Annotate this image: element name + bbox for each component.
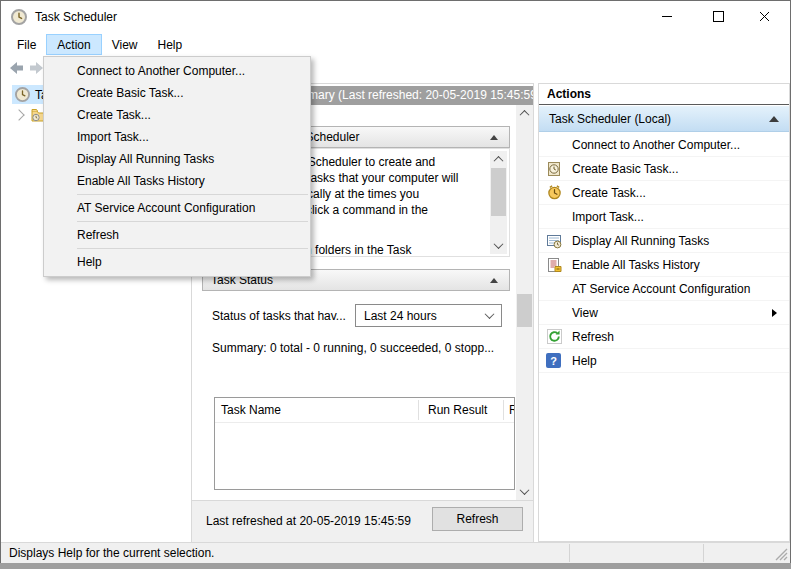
scrollbar-thumb[interactable]: [491, 168, 506, 216]
collapse-arrow-icon: [490, 278, 498, 283]
chevron-down-icon: [520, 485, 530, 495]
menu-separator: [77, 248, 308, 249]
action-create-basic-task[interactable]: Create Basic Task...: [539, 157, 789, 181]
close-button[interactable]: [741, 1, 787, 32]
summary-scrollbar[interactable]: [516, 105, 533, 500]
menu-action[interactable]: Action: [46, 34, 101, 55]
window-title: Task Scheduler: [35, 10, 117, 24]
status-bar-divider: [703, 544, 704, 562]
action-enable-all-tasks-history[interactable]: Enable All Tasks History: [539, 253, 789, 277]
menu-item-import-task[interactable]: Import Task...: [44, 126, 310, 148]
time-period-dropdown[interactable]: Last 24 hours: [355, 304, 502, 327]
menu-bar: File Action View Help: [1, 33, 790, 55]
tasks-history-icon: [546, 257, 562, 273]
actions-panel-title: Actions: [539, 84, 789, 105]
column-divider[interactable]: [503, 400, 504, 420]
resize-grip[interactable]: [775, 548, 788, 561]
task-status-summary: Summary: 0 total - 0 running, 0 succeede…: [212, 341, 494, 355]
last-refreshed-text: Last refreshed at 20-05-2019 15:45:59: [206, 514, 411, 528]
collapse-arrow-icon[interactable]: [769, 116, 779, 122]
menu-view[interactable]: View: [102, 34, 148, 55]
task-status-table: Task Name Run Result R: [214, 397, 515, 490]
menu-item-help[interactable]: Help: [44, 251, 310, 273]
help-icon: ?: [546, 353, 561, 368]
back-button[interactable]: [7, 59, 25, 80]
action-create-task[interactable]: Create Task...: [539, 181, 789, 205]
actions-group-label: Task Scheduler (Local): [549, 112, 671, 126]
scrollbar-thumb[interactable]: [517, 294, 532, 327]
scroll-down-button[interactable]: [516, 483, 533, 500]
menu-separator: [77, 194, 308, 195]
expander-chevron-icon[interactable]: [13, 109, 24, 120]
close-icon: [759, 11, 770, 22]
status-bar: Displays Help for the current selection.: [1, 542, 790, 563]
action-display-all-running-tasks[interactable]: Display All Running Tasks: [539, 229, 789, 253]
menu-item-connect-to-another-computer[interactable]: Connect to Another Computer...: [44, 60, 310, 82]
actions-panel: Actions Task Scheduler (Local) Connect t…: [538, 83, 790, 542]
action-view[interactable]: View: [539, 301, 789, 325]
scroll-up-button[interactable]: [516, 105, 533, 122]
actions-group-task-scheduler-local[interactable]: Task Scheduler (Local): [539, 106, 789, 132]
menu-item-create-task[interactable]: Create Task...: [44, 104, 310, 126]
app-icon: [11, 9, 27, 28]
action-at-service-account-configuration[interactable]: AT Service Account Configuration: [539, 277, 789, 301]
status-bar-text: Displays Help for the current selection.: [9, 546, 214, 560]
menu-help[interactable]: Help: [148, 34, 193, 55]
create-task-icon: [546, 185, 562, 201]
running-tasks-icon: [546, 233, 562, 249]
create-basic-task-icon: [546, 161, 562, 177]
menu-item-enable-all-tasks-history[interactable]: Enable All Tasks History: [44, 170, 310, 192]
app-window: Task Scheduler File Action View Help: [0, 0, 791, 563]
menu-item-create-basic-task[interactable]: Create Basic Task...: [44, 82, 310, 104]
chevron-up-icon: [520, 110, 530, 120]
column-header-task-name[interactable]: Task Name: [221, 398, 281, 422]
collapse-arrow-icon: [490, 135, 498, 140]
action-refresh[interactable]: Refresh: [539, 325, 789, 349]
menu-item-refresh[interactable]: Refresh: [44, 224, 310, 246]
scroll-down-button[interactable]: [490, 237, 507, 254]
task-status-collapse-button[interactable]: [487, 273, 501, 287]
menu-file[interactable]: File: [7, 34, 46, 55]
table-header-row: Task Name Run Result R: [215, 398, 514, 423]
chevron-down-icon: [485, 309, 495, 319]
menu-separator: [77, 221, 308, 222]
refresh-icon: [546, 329, 562, 345]
task-status-filter-label: Status of tasks that hav...: [212, 309, 346, 323]
screen: Task Scheduler File Action View Help: [0, 0, 791, 569]
maximize-icon: [713, 11, 724, 22]
title-bar[interactable]: Task Scheduler: [1, 1, 790, 33]
column-header-clipped[interactable]: R: [509, 398, 515, 422]
menu-item-display-all-running-tasks[interactable]: Display All Running Tasks: [44, 148, 310, 170]
refresh-button[interactable]: Refresh: [432, 507, 523, 531]
column-divider[interactable]: [418, 400, 419, 420]
action-connect-to-another-computer[interactable]: Connect to Another Computer...: [539, 133, 789, 157]
submenu-arrow-icon: [772, 309, 777, 317]
column-header-run-result[interactable]: Run Result: [428, 398, 487, 422]
chevron-up-icon: [494, 156, 504, 166]
summary-footer: Last refreshed at 20-05-2019 15:45:59 Re…: [192, 500, 533, 542]
scroll-up-button[interactable]: [490, 151, 507, 168]
menu-item-at-service-account-configuration[interactable]: AT Service Account Configuration: [44, 197, 310, 219]
action-dropdown-menu: Connect to Another Computer... Create Ba…: [43, 56, 311, 277]
dropdown-value: Last 24 hours: [364, 309, 437, 323]
clock-icon: [15, 87, 30, 102]
action-help[interactable]: ? Help: [539, 349, 789, 373]
chevron-down-icon: [494, 239, 504, 249]
minimize-button[interactable]: [644, 1, 690, 32]
minimize-icon: [662, 16, 672, 17]
overview-collapse-button[interactable]: [487, 130, 501, 144]
action-import-task[interactable]: Import Task...: [539, 205, 789, 229]
status-bar-divider: [569, 544, 570, 562]
maximize-button[interactable]: [695, 1, 741, 32]
back-arrow-icon: [7, 59, 25, 77]
overview-scrollbar[interactable]: [490, 151, 507, 254]
